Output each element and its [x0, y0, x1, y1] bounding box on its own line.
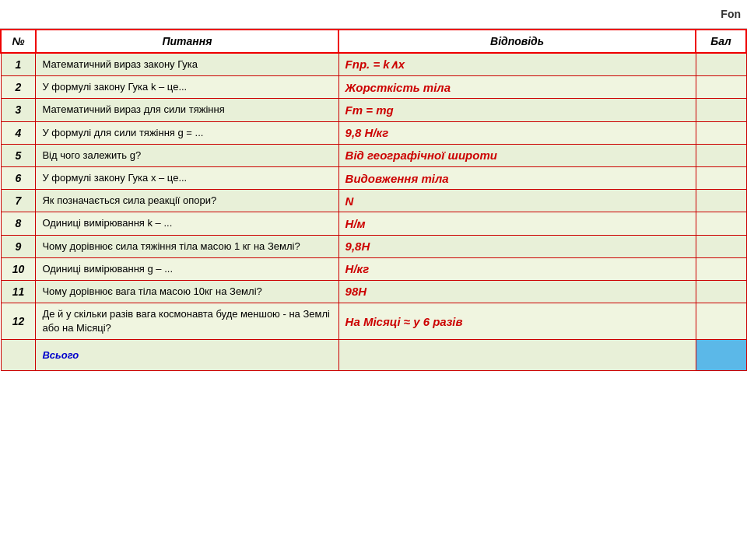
row-answer: Жорсткість тіла	[338, 76, 696, 99]
row-answer: Н/кг	[338, 257, 696, 280]
row-num: 11	[1, 280, 36, 303]
row-score	[696, 212, 746, 235]
table-header-row: № Питання Відповідь Бал	[1, 30, 746, 53]
row-num: 7	[1, 190, 36, 212]
row-answer: На Місяці ≈ у 6 разів	[338, 303, 696, 340]
row-question: Як позначається сила реакції опори?	[36, 190, 338, 212]
header-num: №	[1, 30, 36, 53]
table-row: 3Математичний вираз для сили тяжінняFт =…	[1, 99, 746, 121]
row-question: Математичний вираз закону Гука	[36, 53, 338, 76]
table-row: 7Як позначається сила реакції опори?N	[1, 190, 746, 212]
row-answer: 98Н	[338, 280, 696, 303]
row-score	[696, 280, 746, 303]
footer-answer	[338, 340, 696, 371]
table-wrapper: № Питання Відповідь Бал 1Математичний ви…	[0, 29, 747, 371]
main-table: № Питання Відповідь Бал 1Математичний ви…	[0, 29, 747, 371]
table-row: 5Від чого залежить g?Від географічної ши…	[1, 144, 746, 166]
row-num: 3	[1, 99, 36, 121]
header-answer: Відповідь	[338, 30, 696, 53]
row-num: 9	[1, 235, 36, 257]
row-score	[696, 303, 746, 340]
footer-num	[1, 340, 36, 371]
row-answer: Від географічної широти	[338, 144, 696, 166]
row-question: Від чого залежить g?	[36, 144, 338, 166]
row-score	[696, 53, 746, 76]
row-question: Одиниці вимірювання g – ...	[36, 257, 338, 280]
row-question: Чому дорівнює вага тіла масою 10кг на Зе…	[36, 280, 338, 303]
row-question: Одиниці вимірювання k – ...	[36, 212, 338, 235]
top-bar: Fon	[0, 0, 747, 29]
row-num: 1	[1, 53, 36, 76]
row-score	[696, 166, 746, 189]
row-question: Чому дорівнює сила тяжіння тіла масою 1 …	[36, 235, 338, 257]
row-answer: 9,8 Н/кг	[338, 121, 696, 144]
table-row: 4У формулі для сили тяжіння g = ...9,8 Н…	[1, 121, 746, 144]
footer-score	[696, 340, 746, 371]
row-score	[696, 76, 746, 99]
row-num: 5	[1, 144, 36, 166]
row-question: Де й у скільки разів вага космонавта буд…	[36, 303, 338, 340]
row-score	[696, 144, 746, 166]
row-score	[696, 190, 746, 212]
table-row: 10Одиниці вимірювання g – ...Н/кг	[1, 257, 746, 280]
row-score	[696, 235, 746, 257]
row-answer: Fт = mg	[338, 99, 696, 121]
row-answer: N	[338, 190, 696, 212]
row-num: 12	[1, 303, 36, 340]
header-question: Питання	[36, 30, 338, 53]
row-question: У формулі закону Гука k – це...	[36, 76, 338, 99]
row-num: 10	[1, 257, 36, 280]
row-answer: Fпр. = k∧x	[338, 53, 696, 76]
row-answer: Видовження тіла	[338, 166, 696, 189]
footer-total-label: Всього	[36, 340, 338, 371]
row-question: Математичний вираз для сили тяжіння	[36, 99, 338, 121]
table-row: 9Чому дорівнює сила тяжіння тіла масою 1…	[1, 235, 746, 257]
header-score: Бал	[696, 30, 746, 53]
row-num: 8	[1, 212, 36, 235]
row-answer: Н/м	[338, 212, 696, 235]
table-row: 11Чому дорівнює вага тіла масою 10кг на …	[1, 280, 746, 303]
table-row: 2У формулі закону Гука k – це...Жорсткіс…	[1, 76, 746, 99]
table-row: 8Одиниці вимірювання k – ...Н/м	[1, 212, 746, 235]
row-score	[696, 257, 746, 280]
row-num: 4	[1, 121, 36, 144]
row-answer: 9,8Н	[338, 235, 696, 257]
font-label: Fon	[721, 8, 741, 20]
row-question: У формулі для сили тяжіння g = ...	[36, 121, 338, 144]
table-row: 12Де й у скільки разів вага космонавта б…	[1, 303, 746, 340]
row-score	[696, 99, 746, 121]
table-row: 1Математичний вираз закону ГукаFпр. = k∧…	[1, 53, 746, 76]
row-num: 6	[1, 166, 36, 189]
footer-row: Всього	[1, 340, 746, 371]
row-score	[696, 121, 746, 144]
row-num: 2	[1, 76, 36, 99]
table-row: 6У формулі закону Гука x – це...Видовжен…	[1, 166, 746, 189]
row-question: У формулі закону Гука x – це...	[36, 166, 338, 189]
